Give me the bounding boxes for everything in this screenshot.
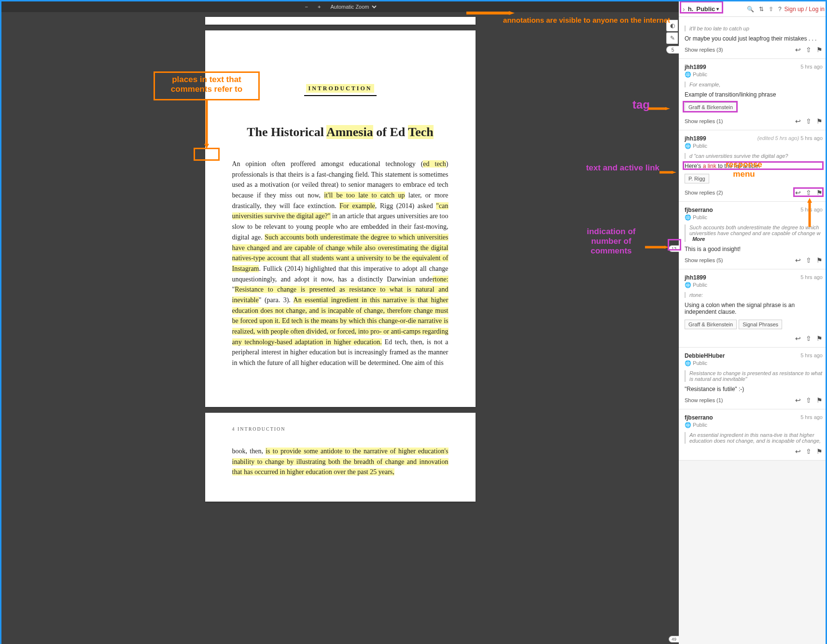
- reply-icon[interactable]: ↩: [795, 448, 801, 455]
- reply-icon[interactable]: ↩: [795, 335, 801, 342]
- toggle-sidebar-icon[interactable]: ◐: [666, 20, 678, 31]
- annotation-card[interactable]: fjbserrano5 hrs ago🌐 PublicSuch accounts…: [679, 202, 827, 269]
- flag-icon[interactable]: ⚑: [816, 396, 823, 404]
- auth-links: Sign up / Log in: [785, 6, 825, 13]
- annotation-body: This is a good insight!: [685, 246, 823, 252]
- sort-icon[interactable]: ⇅: [759, 6, 764, 13]
- annotation-quote: Resistance to change is presented as res…: [685, 370, 823, 382]
- annotation-tag[interactable]: Signal Phrases: [739, 320, 782, 329]
- show-replies-link[interactable]: Show replies (1): [685, 397, 723, 403]
- svg-marker-9: [509, 11, 515, 15]
- annotation-card[interactable]: DebbieHHuber5 hrs ago🌐 PublicResistance …: [679, 348, 827, 409]
- annotation-time: 5 hrs ago: [800, 274, 823, 281]
- pages-container[interactable]: INTRODUCTION The Historical Amnesia of E…: [1, 12, 679, 644]
- page-stub: [205, 17, 476, 25]
- share-icon[interactable]: ⇧: [806, 335, 812, 342]
- show-replies-link[interactable]: Show replies (2): [685, 190, 723, 196]
- pdf-toolbar: − + Automatic Zoom: [1, 1, 679, 12]
- annotation-visibility: 🌐 Public: [685, 71, 823, 78]
- zoom-in-button[interactable]: +: [315, 3, 323, 11]
- annotation-time: 5 hrs ago: [800, 352, 823, 359]
- annotation-card[interactable]: fjbserrano5 hrs ago🌐 PublicAn essential …: [679, 409, 827, 461]
- annotation-visibility: 🌐 Public: [685, 360, 823, 366]
- annotation-count-badge: 5: [666, 46, 679, 54]
- flag-icon[interactable]: ⚑: [816, 117, 823, 125]
- annotation-user: fjbserrano: [685, 207, 713, 213]
- annotation-user: jhh1899: [685, 274, 706, 281]
- share-icon[interactable]: ⇧: [806, 256, 812, 264]
- signup-link[interactable]: Sign up: [785, 6, 804, 13]
- flag-icon[interactable]: ⚑: [816, 46, 823, 54]
- annotation-link[interactable]: a link: [703, 163, 718, 169]
- page-header: 4 INTRODUCTION: [232, 426, 449, 432]
- annotation-quote: rtone:: [685, 292, 823, 298]
- reply-icon[interactable]: ↩: [795, 189, 801, 196]
- page-2: 4 INTRODUCTION book, then, is to provide…: [205, 413, 476, 502]
- annotation-user: jhh1899: [685, 135, 706, 142]
- annotation-body: Using a colon when the signal phrase is …: [685, 302, 823, 315]
- reply-icon[interactable]: ↩: [795, 117, 801, 125]
- svg-marker-5: [672, 171, 676, 174]
- annotations-sidebar: › h. Public ▾ 🔍 ⇅ ⇧ ? Sign up / Log in i…: [679, 1, 827, 644]
- help-icon[interactable]: ?: [778, 6, 782, 13]
- show-replies-link[interactable]: Show replies (1): [685, 118, 723, 124]
- annotation-card[interactable]: jhh18995 hrs ago🌐 PublicFor example,Exam…: [679, 59, 827, 130]
- annotation-visibility: 🌐 Public: [685, 214, 823, 221]
- share-icon[interactable]: ⇧: [806, 46, 812, 54]
- annotation-body: Here's a link to the full article.: [685, 163, 823, 169]
- new-note-icon[interactable]: ✎: [666, 32, 678, 44]
- annotation-time: 5 hrs ago: [800, 64, 823, 70]
- annotation-card[interactable]: jhh1899(edited 5 hrs ago) 5 hrs ago🌐 Pub…: [679, 130, 827, 202]
- annotation-time: 5 hrs ago: [800, 207, 823, 213]
- annotation-quote: An essential ingredient in this narra-ti…: [685, 432, 823, 444]
- sidebar-edge-tabs: ◐ ✎ 5: [666, 20, 679, 54]
- annotation-card[interactable]: it'll be too late to catch upOr maybe yo…: [679, 17, 827, 59]
- svg-marker-1: [204, 144, 209, 149]
- flag-icon[interactable]: ⚑: [816, 189, 823, 196]
- pdf-viewer: − + Automatic Zoom INTRODUCTION The Hist…: [1, 1, 679, 644]
- annotation-visibility: 🌐 Public: [685, 282, 823, 288]
- annotation-time: (edited 5 hrs ago) 5 hrs ago: [757, 135, 823, 142]
- callout-places: places in text that comments refer to: [155, 73, 258, 96]
- share-icon[interactable]: ⇧: [806, 117, 812, 125]
- annotation-body: "Resistance is futile" :-): [685, 386, 823, 392]
- search-icon[interactable]: 🔍: [747, 6, 754, 13]
- share-icon[interactable]: ⇧: [769, 6, 773, 13]
- flag-icon[interactable]: ⚑: [816, 256, 823, 264]
- body-paragraph: book, then, is to provide some antidote …: [232, 446, 449, 477]
- page-title: The Historical Amnesia of Ed Tech: [232, 125, 449, 140]
- annotation-user: jhh1899: [685, 64, 706, 70]
- share-icon[interactable]: ⇧: [806, 189, 812, 196]
- reply-icon[interactable]: ↩: [795, 46, 801, 54]
- annotation-tag[interactable]: Graff & Birkenstein: [685, 102, 737, 112]
- show-replies-link[interactable]: Show replies (5): [685, 257, 723, 263]
- annotation-quote: Such accounts both underestimate the deg…: [685, 224, 823, 242]
- flag-icon[interactable]: ⚑: [816, 335, 823, 342]
- share-icon[interactable]: ⇧: [806, 448, 812, 455]
- annotation-quote: d "can universities survive the digital …: [685, 153, 823, 159]
- annotation-tag[interactable]: Graff & Birkenstein: [685, 320, 737, 329]
- bucket-indicator[interactable]: 49: [669, 636, 679, 643]
- annotation-list[interactable]: it'll be too late to catch upOr maybe yo…: [679, 17, 827, 644]
- annotation-tag[interactable]: P. Rigg: [685, 174, 709, 183]
- annotation-card[interactable]: jhh18995 hrs ago🌐 Publicrtone:Using a co…: [679, 269, 827, 348]
- show-replies-link[interactable]: Show replies (3): [685, 47, 723, 53]
- zoom-select[interactable]: Automatic Zoom: [327, 2, 378, 11]
- more-link[interactable]: More: [692, 236, 705, 242]
- annotation-visibility: 🌐 Public: [685, 422, 823, 428]
- annotation-visibility: 🌐 Public: [685, 143, 823, 149]
- flag-icon[interactable]: ⚑: [816, 448, 823, 455]
- reply-icon[interactable]: ↩: [795, 256, 801, 264]
- body-paragraph: An opinion often proffered amongst educa…: [232, 159, 449, 368]
- intro-label: INTRODUCTION: [306, 84, 374, 93]
- reply-icon[interactable]: ↩: [795, 396, 801, 404]
- annotation-body: Example of transition/linking phrase: [685, 91, 823, 98]
- share-icon[interactable]: ⇧: [806, 396, 812, 404]
- annotation-quote: it'll be too late to catch up: [685, 26, 823, 31]
- annotation-quote: For example,: [685, 82, 823, 87]
- annotation-user: fjbserrano: [685, 414, 713, 421]
- zoom-out-button[interactable]: −: [302, 3, 311, 11]
- login-link[interactable]: Log in: [809, 6, 825, 13]
- sidebar-header: › h. Public ▾ 🔍 ⇅ ⇧ ? Sign up / Log in: [679, 1, 827, 17]
- annotation-user: DebbieHHuber: [685, 352, 725, 359]
